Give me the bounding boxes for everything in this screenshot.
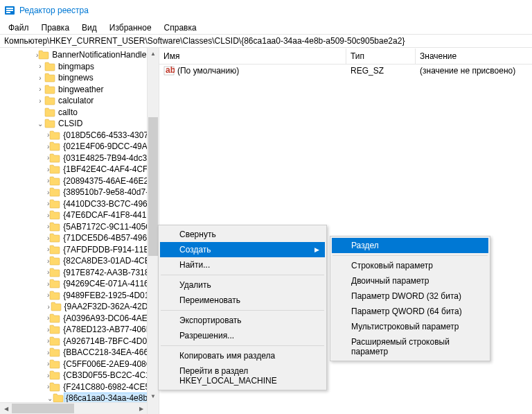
tree-item[interactable]: ›{BBACC218-34EA-4666-9 <box>0 347 159 359</box>
tree-item[interactable]: ›{47E6DCAF-41F8-441C-BD0 <box>0 209 159 221</box>
menu-item[interactable]: Раздел <box>332 238 488 253</box>
menu-edit[interactable]: Правка <box>36 21 76 34</box>
scroll-left-icon[interactable]: ◀ <box>0 403 12 414</box>
tree-item-label: CLSID <box>57 119 83 128</box>
tree-item[interactable]: ›{4410DC33-BC7C-496B-AAI <box>0 198 159 210</box>
menu-item[interactable]: Перейти в раздел HKEY_LOCAL_MACHINE <box>160 363 325 388</box>
tree-vscrollbar[interactable]: ▲ ▼ <box>147 48 159 414</box>
tree-item-label: {021E4F06-9DCC-49AD-880 <box>62 141 159 151</box>
chevron-right-icon[interactable]: › <box>36 62 44 70</box>
menu-item[interactable]: Двоичный параметр <box>332 273 488 288</box>
menu-view[interactable]: Вид <box>76 21 103 34</box>
tree-panel: ›BannerNotificationHandler.Ban›bingmaps›… <box>0 48 159 414</box>
hscroll-thumb[interactable] <box>12 404 74 413</box>
tree-item[interactable]: ›{5AB7172C-9C11-405C-8DI <box>0 221 159 233</box>
folder-icon <box>49 153 60 163</box>
tree-item-label: {031E4825-7B94-4dc3-B131 <box>62 153 159 163</box>
folder-icon <box>49 336 60 346</box>
menu-favorites[interactable]: Избранное <box>104 21 157 34</box>
tree-item[interactable]: ›{A0396A93-DC06-4AEF-E <box>0 313 159 325</box>
folder-icon <box>49 325 60 334</box>
folder-icon <box>38 50 49 60</box>
chevron-down-icon[interactable]: ⌄ <box>36 120 44 128</box>
folder-icon <box>51 302 62 311</box>
scroll-up-icon[interactable]: ▲ <box>148 48 159 60</box>
tree-item[interactable]: ›bingnews <box>0 72 159 84</box>
col-name[interactable]: Имя <box>159 49 346 64</box>
menu-item[interactable]: Строковый параметр <box>332 258 488 273</box>
folder-icon <box>49 245 60 255</box>
tree-item[interactable]: ›calculator <box>0 95 159 107</box>
titlebar: Редактор реестра <box>0 0 532 21</box>
tree-item[interactable]: ›{71DCE5D6-4B57-496B-AC; <box>0 232 159 244</box>
tree-item[interactable]: ›bingweather <box>0 84 159 96</box>
tree-item[interactable]: ›{9489FEB2-1925-4D01-B; <box>0 290 159 302</box>
tree-item[interactable]: ›BannerNotificationHandler.Ban <box>0 49 159 61</box>
tree-item[interactable]: ›{82CA8DE3-01AD-4CEA- <box>0 255 159 267</box>
tree-item[interactable]: ›{A78ED123-AB77-406B-9 <box>0 324 159 336</box>
chevron-down-icon[interactable]: ⌄ <box>47 395 53 402</box>
menu-help[interactable]: Справка <box>159 21 202 34</box>
menu-item[interactable]: Копировать имя раздела <box>160 348 325 363</box>
chevron-right-icon[interactable]: › <box>36 97 44 105</box>
menu-item[interactable]: Переименовать <box>160 293 325 308</box>
col-type[interactable]: Тип <box>346 49 416 64</box>
tree-item[interactable]: ›bingmaps <box>0 61 159 73</box>
menu-item[interactable]: Удалить <box>160 277 325 293</box>
tree-item[interactable]: ⌄CLSID <box>0 118 159 130</box>
chevron-right-icon[interactable]: › <box>36 85 44 93</box>
menu-item[interactable]: Расширяемый строковый параметр <box>332 334 488 359</box>
menu-separator <box>161 345 324 346</box>
tree-item[interactable]: ›{389510b7-9e58-40d7-98bf <box>0 187 159 198</box>
tree-item[interactable]: ›{9AA2F32D-362A-42D9-} <box>0 301 159 313</box>
string-value-icon: ab <box>163 66 175 76</box>
menu-item[interactable]: Экспортировать <box>160 313 325 328</box>
folder-icon <box>49 233 60 243</box>
address-text: Компьютер\HKEY_CURRENT_USER\Software\Cla… <box>4 36 405 46</box>
folder-icon <box>49 268 60 277</box>
tree-hscrollbar[interactable]: ◀ ▶ <box>0 402 147 414</box>
menu-item[interactable]: Свернуть <box>160 227 325 242</box>
tree-item-label: {C5FF006E-2AE9-408C-B8 <box>62 359 159 369</box>
scroll-right-icon[interactable]: ▶ <box>135 403 147 414</box>
context-menu: СвернутьСоздать▶Найти...УдалитьПереимено… <box>158 225 327 390</box>
tree-item[interactable]: ›callto <box>0 107 159 119</box>
scroll-down-icon[interactable]: ▼ <box>148 390 159 402</box>
menu-item[interactable]: Найти... <box>160 257 325 273</box>
tree-item[interactable]: ›{94269C4E-071A-4116-90 <box>0 278 159 290</box>
address-bar[interactable]: Компьютер\HKEY_CURRENT_USER\Software\Cla… <box>0 34 532 48</box>
list-header: Имя Тип Значение <box>159 48 532 64</box>
menu-item[interactable]: Мультистроковый параметр <box>332 319 488 334</box>
tree-item[interactable]: ›{CB3D0F55-BC2C-4C1A-8 <box>0 370 159 381</box>
scroll-thumb[interactable] <box>148 117 158 256</box>
tree-item-label: {47E6DCAF-41F8-441C-BD0 <box>62 210 159 220</box>
tree-item[interactable]: ›{021E4F06-9DCC-49AD-880 <box>0 141 159 153</box>
tree-item[interactable]: ›{20894375-46AE-46E2-BAFI <box>0 175 159 187</box>
tree-item[interactable]: ›{917E8742-AA3B-7318-F/ <box>0 267 159 279</box>
menu-file[interactable]: Файл <box>3 21 35 34</box>
tree-item-label: {A926714B-7BFC-4D08-A <box>62 336 159 346</box>
tree-item-label: calculator <box>57 96 94 105</box>
cell-name: ab(По умолчанию) <box>159 64 346 77</box>
chevron-right-icon[interactable]: › <box>36 74 44 82</box>
tree-item[interactable]: ›{1BF42E4C-4AF4-4CFD-A1A <box>0 164 159 175</box>
menu-item[interactable]: Разрешения... <box>160 328 325 343</box>
tree-item-label: {F241C880-6982-4CE5-8CI <box>62 382 159 392</box>
list-row[interactable]: ab(По умолчанию)REG_SZ(значение не присв… <box>159 64 532 77</box>
menu-item[interactable]: Создать▶ <box>160 242 325 257</box>
tree-item-label: {BBACC218-34EA-4666-9 <box>62 347 159 357</box>
tree-item-label: {4410DC33-BC7C-496B-AAI <box>62 199 159 209</box>
tree-item-label: {5AB7172C-9C11-405C-8DI <box>62 222 159 232</box>
tree-item[interactable]: ›{F241C880-6982-4CE5-8CI <box>0 381 159 393</box>
tree-item[interactable]: ›{C5FF006E-2AE9-408C-B8 <box>0 359 159 370</box>
tree-item[interactable]: ›{A926714B-7BFC-4D08-A <box>0 336 159 347</box>
tree-item[interactable]: ›{031E4825-7B94-4dc3-B131 <box>0 153 159 164</box>
col-value[interactable]: Значение <box>416 49 532 64</box>
folder-icon <box>49 279 60 288</box>
menu-item[interactable]: Параметр DWORD (32 бита) <box>332 288 488 304</box>
tree-item[interactable]: ›{7AFDFDDB-F914-11E4-83; <box>0 244 159 256</box>
menu-item[interactable]: Параметр QWORD (64 бита) <box>332 304 488 319</box>
menu-separator <box>161 275 324 275</box>
tree-item[interactable]: ›{018D5C66-4533-4307-9B5 <box>0 130 159 141</box>
folder-icon <box>49 382 60 392</box>
